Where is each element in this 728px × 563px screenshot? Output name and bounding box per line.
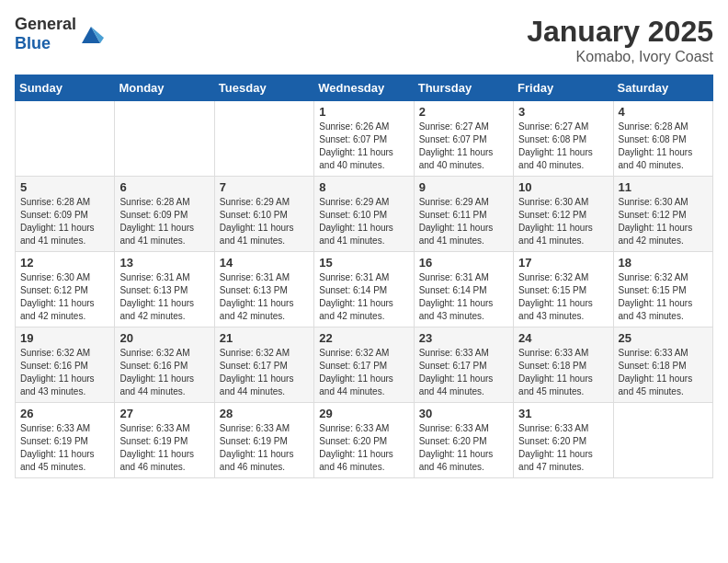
calendar-cell: 3Sunrise: 6:27 AMSunset: 6:08 PMDaylight… xyxy=(514,101,613,177)
day-number: 29 xyxy=(319,407,408,420)
weekday-header-tuesday: Tuesday xyxy=(214,75,313,101)
day-info: Sunrise: 6:33 AMSunset: 6:19 PMDaylight:… xyxy=(220,422,309,474)
day-number: 8 xyxy=(319,180,408,194)
day-info: Sunrise: 6:31 AMSunset: 6:14 PMDaylight:… xyxy=(319,271,408,323)
calendar-table: SundayMondayTuesdayWednesdayThursdayFrid… xyxy=(15,75,713,478)
day-info: Sunrise: 6:29 AMSunset: 6:10 PMDaylight:… xyxy=(319,196,408,247)
calendar-cell: 18Sunrise: 6:32 AMSunset: 6:15 PMDayligh… xyxy=(613,252,712,327)
month-title: January 2025 xyxy=(527,15,713,49)
weekday-header-friday: Friday xyxy=(514,75,613,101)
calendar-cell: 7Sunrise: 6:29 AMSunset: 6:10 PMDaylight… xyxy=(214,177,313,252)
calendar-cell: 26Sunrise: 6:33 AMSunset: 6:19 PMDayligh… xyxy=(16,403,115,478)
day-number: 20 xyxy=(119,331,209,345)
day-info: Sunrise: 6:27 AMSunset: 6:08 PMDaylight:… xyxy=(518,121,608,172)
weekday-header-thursday: Thursday xyxy=(414,75,513,101)
calendar-cell: 31Sunrise: 6:33 AMSunset: 6:20 PMDayligh… xyxy=(514,403,613,478)
calendar-cell xyxy=(115,101,214,177)
day-info: Sunrise: 6:32 AMSunset: 6:17 PMDaylight:… xyxy=(220,347,309,398)
day-number: 12 xyxy=(20,256,109,270)
day-number: 9 xyxy=(419,180,508,194)
calendar-cell: 17Sunrise: 6:32 AMSunset: 6:15 PMDayligh… xyxy=(514,252,613,327)
location-title: Komabo, Ivory Coast xyxy=(527,49,713,65)
day-number: 21 xyxy=(220,331,309,345)
logo: General Blue xyxy=(15,15,104,53)
day-number: 13 xyxy=(119,256,209,270)
day-info: Sunrise: 6:33 AMSunset: 6:19 PMDaylight:… xyxy=(119,422,209,474)
calendar-cell: 21Sunrise: 6:32 AMSunset: 6:17 PMDayligh… xyxy=(214,327,313,403)
day-info: Sunrise: 6:33 AMSunset: 6:17 PMDaylight:… xyxy=(419,347,508,398)
day-number: 7 xyxy=(220,180,309,194)
calendar-cell: 2Sunrise: 6:27 AMSunset: 6:07 PMDaylight… xyxy=(414,101,513,177)
day-info: Sunrise: 6:32 AMSunset: 6:16 PMDaylight:… xyxy=(20,347,109,398)
day-info: Sunrise: 6:32 AMSunset: 6:16 PMDaylight:… xyxy=(119,347,209,398)
day-number: 2 xyxy=(419,105,508,119)
day-number: 24 xyxy=(518,331,608,345)
day-number: 28 xyxy=(220,407,309,420)
day-number: 19 xyxy=(20,331,109,345)
calendar-cell: 19Sunrise: 6:32 AMSunset: 6:16 PMDayligh… xyxy=(16,327,115,403)
calendar-cell: 12Sunrise: 6:30 AMSunset: 6:12 PMDayligh… xyxy=(16,252,115,327)
day-info: Sunrise: 6:28 AMSunset: 6:09 PMDaylight:… xyxy=(119,196,209,247)
day-info: Sunrise: 6:30 AMSunset: 6:12 PMDaylight:… xyxy=(518,196,608,247)
day-info: Sunrise: 6:30 AMSunset: 6:12 PMDaylight:… xyxy=(20,271,109,323)
calendar-cell: 9Sunrise: 6:29 AMSunset: 6:11 PMDaylight… xyxy=(414,177,513,252)
day-info: Sunrise: 6:32 AMSunset: 6:15 PMDaylight:… xyxy=(619,271,708,323)
day-info: Sunrise: 6:33 AMSunset: 6:18 PMDaylight:… xyxy=(619,347,708,398)
day-info: Sunrise: 6:31 AMSunset: 6:13 PMDaylight:… xyxy=(119,271,209,323)
calendar-cell: 8Sunrise: 6:29 AMSunset: 6:10 PMDaylight… xyxy=(314,177,414,252)
title-block: January 2025 Komabo, Ivory Coast xyxy=(527,15,713,65)
day-info: Sunrise: 6:26 AMSunset: 6:07 PMDaylight:… xyxy=(319,121,408,172)
day-info: Sunrise: 6:32 AMSunset: 6:15 PMDaylight:… xyxy=(518,271,608,323)
day-number: 17 xyxy=(518,256,608,270)
calendar-cell: 16Sunrise: 6:31 AMSunset: 6:14 PMDayligh… xyxy=(414,252,513,327)
day-number: 27 xyxy=(119,407,209,420)
weekday-header-wednesday: Wednesday xyxy=(314,75,414,101)
weekday-header-sunday: Sunday xyxy=(16,75,115,101)
day-info: Sunrise: 6:30 AMSunset: 6:12 PMDaylight:… xyxy=(619,196,708,247)
day-info: Sunrise: 6:33 AMSunset: 6:19 PMDaylight:… xyxy=(20,422,109,474)
day-number: 10 xyxy=(518,180,608,194)
calendar-cell: 4Sunrise: 6:28 AMSunset: 6:08 PMDaylight… xyxy=(613,101,712,177)
calendar-cell: 29Sunrise: 6:33 AMSunset: 6:20 PMDayligh… xyxy=(314,403,414,478)
calendar-cell xyxy=(613,403,712,478)
day-number: 31 xyxy=(518,407,608,420)
day-number: 16 xyxy=(419,256,508,270)
weekday-header-monday: Monday xyxy=(115,75,214,101)
day-info: Sunrise: 6:28 AMSunset: 6:09 PMDaylight:… xyxy=(20,196,109,247)
logo-text: General Blue xyxy=(15,15,76,53)
calendar-cell xyxy=(214,101,313,177)
calendar-cell: 14Sunrise: 6:31 AMSunset: 6:13 PMDayligh… xyxy=(214,252,313,327)
calendar-cell: 15Sunrise: 6:31 AMSunset: 6:14 PMDayligh… xyxy=(314,252,414,327)
day-info: Sunrise: 6:27 AMSunset: 6:07 PMDaylight:… xyxy=(419,121,508,172)
weekday-header-saturday: Saturday xyxy=(613,75,712,101)
day-number: 25 xyxy=(619,331,708,345)
calendar-cell xyxy=(16,101,115,177)
day-number: 6 xyxy=(119,180,209,194)
calendar-cell: 13Sunrise: 6:31 AMSunset: 6:13 PMDayligh… xyxy=(115,252,214,327)
day-number: 23 xyxy=(419,331,508,345)
day-info: Sunrise: 6:31 AMSunset: 6:14 PMDaylight:… xyxy=(419,271,508,323)
calendar-cell: 11Sunrise: 6:30 AMSunset: 6:12 PMDayligh… xyxy=(613,177,712,252)
day-number: 15 xyxy=(319,256,408,270)
day-info: Sunrise: 6:29 AMSunset: 6:10 PMDaylight:… xyxy=(220,196,309,247)
calendar-cell: 1Sunrise: 6:26 AMSunset: 6:07 PMDaylight… xyxy=(314,101,414,177)
day-info: Sunrise: 6:31 AMSunset: 6:13 PMDaylight:… xyxy=(220,271,309,323)
calendar-cell: 25Sunrise: 6:33 AMSunset: 6:18 PMDayligh… xyxy=(613,327,712,403)
day-number: 1 xyxy=(319,105,408,119)
calendar-cell: 24Sunrise: 6:33 AMSunset: 6:18 PMDayligh… xyxy=(514,327,613,403)
day-info: Sunrise: 6:33 AMSunset: 6:20 PMDaylight:… xyxy=(419,422,508,474)
day-info: Sunrise: 6:33 AMSunset: 6:18 PMDaylight:… xyxy=(518,347,608,398)
day-number: 5 xyxy=(20,180,109,194)
calendar-cell: 27Sunrise: 6:33 AMSunset: 6:19 PMDayligh… xyxy=(115,403,214,478)
day-info: Sunrise: 6:32 AMSunset: 6:17 PMDaylight:… xyxy=(319,347,408,398)
day-number: 22 xyxy=(319,331,408,345)
calendar-cell: 30Sunrise: 6:33 AMSunset: 6:20 PMDayligh… xyxy=(414,403,513,478)
day-number: 11 xyxy=(619,180,708,194)
calendar-cell: 28Sunrise: 6:33 AMSunset: 6:19 PMDayligh… xyxy=(214,403,313,478)
day-info: Sunrise: 6:33 AMSunset: 6:20 PMDaylight:… xyxy=(319,422,408,474)
day-number: 26 xyxy=(20,407,109,420)
day-info: Sunrise: 6:29 AMSunset: 6:11 PMDaylight:… xyxy=(419,196,508,247)
calendar-cell: 20Sunrise: 6:32 AMSunset: 6:16 PMDayligh… xyxy=(115,327,214,403)
day-number: 4 xyxy=(619,105,708,119)
day-info: Sunrise: 6:33 AMSunset: 6:20 PMDaylight:… xyxy=(518,422,608,474)
